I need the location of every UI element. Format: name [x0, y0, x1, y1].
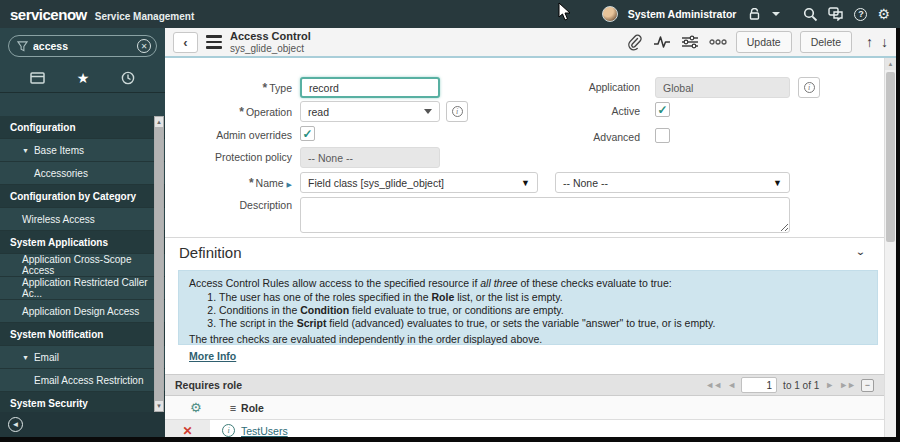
required-icon: *	[239, 105, 244, 119]
protection-policy-label: Protection policy	[165, 151, 292, 163]
item-text: field evaluate to true, or conditions ar…	[349, 304, 564, 316]
admin-overrides-checkbox[interactable]: ✓	[300, 126, 315, 141]
previous-record-arrow-icon[interactable]: ↑	[866, 34, 873, 50]
name-table-select[interactable]: Field class [sys_glide_object]▼	[300, 172, 538, 193]
sidebar-item-wireless-access[interactable]: Wireless Access	[0, 208, 165, 231]
sidebar-scrollbar-thumb[interactable]	[155, 127, 163, 401]
active-checkbox[interactable]: ✓	[655, 102, 670, 117]
sidebar-item-application-restricted-caller[interactable]: Application Restricted Caller Ac...	[0, 277, 165, 300]
more-info-link[interactable]: More Info	[189, 350, 236, 362]
sidebar-item-system-security[interactable]: System Security	[0, 392, 165, 412]
section-divider	[165, 237, 896, 238]
user-name[interactable]: System Administrator	[628, 8, 737, 20]
item-text: list, or the list is empty.	[454, 291, 562, 303]
description-textarea[interactable]	[300, 197, 790, 233]
collapse-list-icon[interactable]: −	[861, 379, 874, 392]
application-info-button[interactable]: i	[798, 77, 820, 98]
page-number-input[interactable]	[741, 377, 777, 393]
first-page-icon[interactable]: ◄◄	[705, 380, 721, 390]
form-toolbar: ‹ Access Control sys_glide_object Update…	[165, 28, 896, 58]
pagination-controls: ◄◄ ◄ to 1 of 1 ► ►► −	[705, 377, 874, 393]
navigator-search-box[interactable]: ✕	[8, 35, 157, 57]
attachment-paperclip-icon[interactable]	[624, 32, 644, 52]
content-scrollbar-thumb[interactable]	[886, 72, 895, 242]
sidebar-item-email[interactable]: ▼Email	[0, 346, 165, 369]
operation-select[interactable]: read	[300, 101, 440, 122]
nav-label: Base Items	[34, 145, 84, 156]
main-panel: ‹ Access Control sys_glide_object Update…	[165, 28, 896, 437]
filter-funnel-icon	[17, 41, 28, 52]
scroll-down-icon[interactable]: ▼	[155, 401, 163, 411]
help-icon[interactable]: ?	[854, 8, 867, 21]
type-field[interactable]: record	[300, 77, 440, 98]
activity-stream-icon[interactable]	[652, 32, 672, 52]
window-edge-right	[896, 28, 900, 442]
sidebar-item-application-design-access[interactable]: Application Design Access	[0, 300, 165, 323]
sidebar-item-configuration[interactable]: Configuration	[0, 116, 165, 139]
content-scrollbar[interactable]: ▲	[884, 58, 896, 437]
sidebar-scrollbar[interactable]: ▲ ▼	[154, 116, 164, 412]
application-field: Global	[655, 77, 790, 98]
form-context-menu-icon[interactable]	[206, 35, 222, 49]
servicenow-logo[interactable]: servicenow	[10, 6, 87, 23]
scroll-up-icon[interactable]: ▲	[155, 117, 163, 127]
back-button[interactable]: ‹	[173, 32, 198, 53]
definition-section-title: Definition	[179, 244, 242, 261]
mouse-cursor	[558, 2, 571, 21]
role-link[interactable]: TestUsers	[241, 425, 288, 437]
collapse-section-chevron-icon[interactable]: ⌄	[855, 246, 866, 258]
definition-info-box: Access Control Rules allow access to the…	[178, 270, 878, 345]
personalize-sliders-icon[interactable]	[680, 32, 700, 52]
all-applications-icon[interactable]	[30, 72, 45, 84]
user-menu-caret-icon[interactable]	[772, 12, 780, 16]
connect-chat-icon[interactable]	[828, 6, 844, 22]
role-column-header[interactable]: ≡Role	[230, 402, 264, 414]
sidebar-item-configuration-by-category[interactable]: Configuration by Category	[0, 185, 165, 208]
dependent-field-arrow-icon: ▶	[287, 181, 292, 188]
check-item-role: The user has one of the roles specified …	[219, 291, 867, 303]
label-text: Operation	[246, 106, 292, 118]
operation-label: *Operation	[165, 105, 292, 119]
form-title-block: Access Control sys_glide_object	[230, 30, 311, 54]
previous-page-icon[interactable]: ◄	[727, 380, 735, 390]
top-header: servicenow Service Management System Adm…	[0, 0, 900, 28]
collapse-sidebar-icon[interactable]: ◄	[8, 417, 23, 432]
next-page-icon[interactable]: ►	[825, 380, 833, 390]
favorites-star-icon[interactable]: ★	[77, 70, 90, 86]
label-text: Protection policy	[215, 151, 292, 163]
history-clock-icon[interactable]	[121, 71, 135, 85]
sidebar-item-application-cross-scope-access[interactable]: Application Cross-Scope Access	[0, 254, 165, 277]
sidebar-item-email-access-restriction[interactable]: Email Access Restriction	[0, 369, 165, 392]
navigator-search-input[interactable]	[33, 40, 132, 52]
info-footer: The three checks are evaluated independe…	[189, 333, 867, 345]
settings-gear-icon[interactable]: ⚙	[877, 7, 890, 21]
more-options-icon[interactable]	[708, 32, 728, 52]
brand-area[interactable]: servicenow Service Management	[10, 6, 194, 23]
update-button[interactable]: Update	[736, 31, 792, 53]
user-avatar[interactable]	[602, 6, 618, 22]
info-icon: i	[804, 82, 815, 93]
sidebar-item-accessories[interactable]: Accessories	[0, 162, 165, 185]
operation-info-button[interactable]: i	[446, 101, 468, 122]
item-text: Conditions in the	[219, 304, 300, 316]
record-preview-info-icon[interactable]: i	[222, 424, 235, 437]
name-field-select[interactable]: -- None --▼	[555, 172, 790, 193]
last-page-icon[interactable]: ►►	[839, 380, 855, 390]
sidebar-item-base-items[interactable]: ▼Base Items	[0, 139, 165, 162]
delete-button[interactable]: Delete	[800, 31, 852, 53]
list-settings-gear-icon[interactable]: ⚙	[190, 400, 202, 415]
item-bold: Role	[431, 291, 454, 303]
scroll-up-icon[interactable]: ▲	[885, 58, 896, 70]
column-label: Role	[241, 402, 264, 414]
elevate-roles-lock-icon[interactable]	[746, 6, 762, 22]
next-record-arrow-icon[interactable]: ↓	[881, 34, 888, 50]
check-item-script: The script in the Script field (advanced…	[219, 317, 867, 329]
sidebar-item-system-applications[interactable]: System Applications	[0, 231, 165, 254]
required-icon: *	[263, 81, 268, 95]
clear-search-icon[interactable]: ✕	[137, 39, 151, 53]
global-search-icon[interactable]	[802, 6, 818, 22]
nav-label: Email Access Restriction	[34, 375, 143, 386]
sidebar-item-system-notification[interactable]: System Notification	[0, 323, 165, 346]
form-subtitle: sys_glide_object	[230, 43, 311, 55]
advanced-checkbox[interactable]	[655, 128, 670, 143]
